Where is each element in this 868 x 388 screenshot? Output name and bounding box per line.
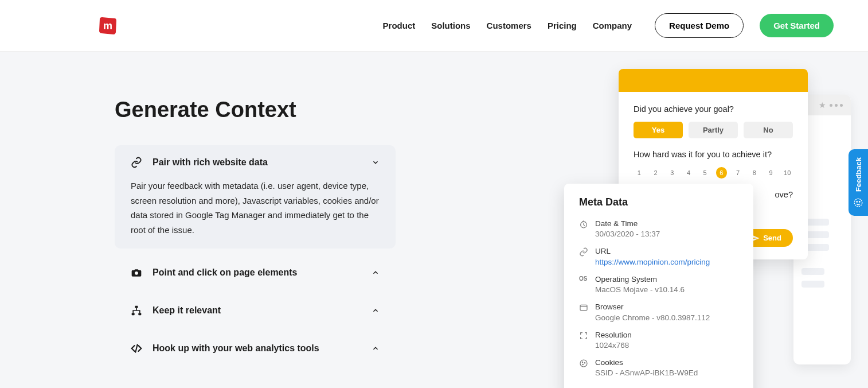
svg-point-11 <box>584 363 585 363</box>
nav-pricing[interactable]: Pricing <box>548 21 577 30</box>
site-header: m Product Solutions Customers Pricing Co… <box>0 0 868 52</box>
accordion-title: Pair with rich website data <box>153 157 361 168</box>
page-title: Generate Context <box>115 98 868 122</box>
nav-company[interactable]: Company <box>593 21 632 30</box>
meta-value: SSID - ASnwAP-iBK1B-W9Ed <box>595 368 698 378</box>
nav-product[interactable]: Product <box>383 21 416 30</box>
svg-point-13 <box>854 199 862 207</box>
feedback-label: Feedback <box>854 157 863 192</box>
smiley-icon <box>853 197 863 208</box>
logo[interactable]: m <box>97 15 118 36</box>
svg-rect-4 <box>138 313 141 315</box>
accordion-body: Pair your feedback with metadata (i.e. u… <box>131 179 380 237</box>
chevron-up-icon <box>372 344 380 352</box>
svg-point-1 <box>135 271 138 275</box>
accordion-header[interactable]: Pair with rich website data <box>131 157 380 176</box>
svg-point-12 <box>582 364 583 365</box>
chevron-up-icon <box>372 269 380 277</box>
accordion-title: Hook up with your web analytics tools <box>153 343 361 354</box>
get-started-button[interactable]: Get Started <box>760 14 834 37</box>
feedback-tab[interactable]: Feedback <box>849 149 868 216</box>
svg-point-14 <box>857 201 858 203</box>
sitemap-icon <box>131 305 142 316</box>
svg-rect-2 <box>135 306 138 308</box>
svg-line-5 <box>135 344 137 352</box>
nav-solutions[interactable]: Solutions <box>431 21 470 30</box>
accordion-item-analytics: Hook up with your web analytics tools <box>115 335 396 362</box>
request-demo-button[interactable]: Request Demo <box>655 13 744 38</box>
accordion-title: Point and click on page elements <box>153 267 361 278</box>
svg-rect-3 <box>132 313 135 315</box>
main-nav: Product Solutions Customers Pricing Comp… <box>383 13 834 38</box>
accordion-item-relevant: Keep it relevant <box>115 297 396 324</box>
chevron-down-icon <box>372 158 380 166</box>
accordion-header[interactable]: Hook up with your web analytics tools <box>131 335 380 362</box>
chevron-up-icon <box>372 306 380 315</box>
main-content: Generate Context Pair with rich website … <box>0 52 868 362</box>
svg-text:m: m <box>103 20 112 32</box>
accordion-item-point-click: Point and click on page elements <box>115 259 396 286</box>
accordion-header[interactable]: Keep it relevant <box>131 297 380 324</box>
accordion-item-pair-data: Pair with rich website data Pair your fe… <box>115 145 396 249</box>
nav-customers[interactable]: Customers <box>487 21 531 30</box>
accordion-title: Keep it relevant <box>153 305 361 316</box>
camera-icon <box>131 267 142 278</box>
link-icon <box>131 157 142 168</box>
accordion: Pair with rich website data Pair your fe… <box>115 145 396 362</box>
svg-point-15 <box>859 201 861 203</box>
accordion-header[interactable]: Point and click on page elements <box>131 259 380 286</box>
code-icon <box>131 343 142 354</box>
